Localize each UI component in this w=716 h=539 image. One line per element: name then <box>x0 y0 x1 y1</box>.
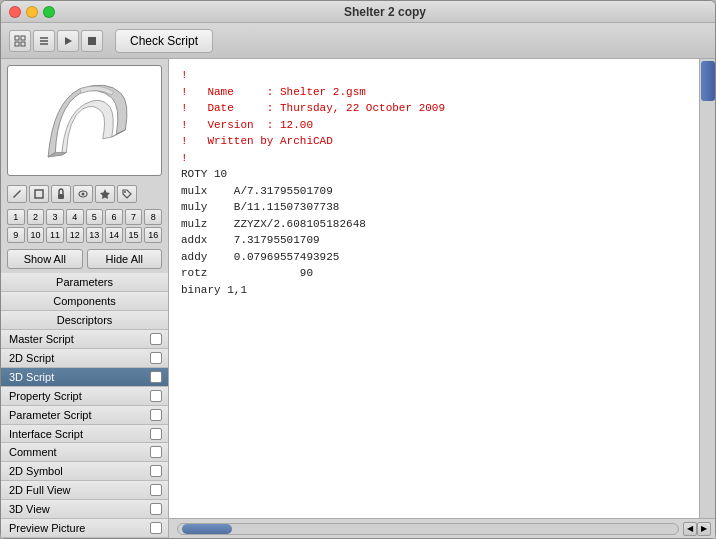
svg-point-14 <box>124 191 126 193</box>
svg-rect-0 <box>15 36 19 40</box>
preview-svg <box>8 66 161 175</box>
toolbar: Check Script <box>1 23 715 59</box>
svg-point-12 <box>82 193 85 196</box>
num-8[interactable]: 8 <box>144 209 162 225</box>
number-rows: 1 2 3 4 5 6 7 8 9 10 11 12 13 14 15 <box>7 209 162 243</box>
components-section[interactable]: Components <box>1 292 168 311</box>
num-3[interactable]: 3 <box>46 209 64 225</box>
editor-wrapper: ! ! Name : Shelter 2.gsm ! Date : Thursd… <box>169 59 715 518</box>
toolbar-icons <box>9 30 103 52</box>
grid-icon[interactable] <box>9 30 31 52</box>
svg-rect-1 <box>21 36 25 40</box>
hide-all-button[interactable]: Hide All <box>87 249 163 269</box>
master-script-checkbox[interactable] <box>150 333 162 345</box>
parameter-script-checkbox[interactable] <box>150 409 162 421</box>
editor-area: ! ! Name : Shelter 2.gsm ! Date : Thursd… <box>169 59 715 538</box>
2d-script-item[interactable]: 2D Script <box>1 349 168 368</box>
num-2[interactable]: 2 <box>27 209 45 225</box>
parameters-section[interactable]: Parameters <box>1 273 168 292</box>
svg-rect-10 <box>58 194 64 199</box>
num-1[interactable]: 1 <box>7 209 25 225</box>
close-button[interactable] <box>9 6 21 18</box>
2d-symbol-item[interactable]: 2D Symbol <box>1 462 168 481</box>
preview-picture-item[interactable]: Preview Picture <box>1 519 168 538</box>
show-hide-row: Show All Hide All <box>7 249 162 269</box>
num-6[interactable]: 6 <box>105 209 123 225</box>
minimize-button[interactable] <box>26 6 38 18</box>
num-11[interactable]: 11 <box>46 227 64 243</box>
number-row-2: 9 10 11 12 13 14 15 16 <box>7 227 162 243</box>
titlebar: Shelter 2 copy <box>1 1 715 23</box>
show-all-button[interactable]: Show All <box>7 249 83 269</box>
num-7[interactable]: 7 <box>125 209 143 225</box>
interface-script-checkbox[interactable] <box>150 428 162 440</box>
property-script-checkbox[interactable] <box>150 390 162 402</box>
svg-marker-13 <box>100 189 110 199</box>
2d-full-view-item[interactable]: 2D Full View <box>1 481 168 500</box>
next-arrow[interactable]: ▶ <box>697 522 711 536</box>
sidebar-icon-row <box>7 185 162 203</box>
parameter-script-item[interactable]: Parameter Script <box>1 406 168 425</box>
3d-view-item[interactable]: 3D View <box>1 500 168 519</box>
box-icon[interactable] <box>29 185 49 203</box>
2d-symbol-checkbox[interactable] <box>150 465 162 477</box>
scrollbar-thumb[interactable] <box>701 61 715 101</box>
svg-marker-7 <box>65 37 72 45</box>
maximize-button[interactable] <box>43 6 55 18</box>
3d-script-checkbox[interactable] <box>150 371 162 383</box>
svg-rect-2 <box>15 42 19 46</box>
play-icon[interactable] <box>57 30 79 52</box>
horizontal-scrollbar[interactable] <box>177 523 679 535</box>
eye-icon[interactable] <box>73 185 93 203</box>
preview-picture-checkbox[interactable] <box>150 522 162 534</box>
comment-checkbox[interactable] <box>150 446 162 458</box>
comment-item[interactable]: Comment <box>1 443 168 462</box>
vertical-scrollbar[interactable] <box>699 59 715 518</box>
window-title: Shelter 2 copy <box>63 5 707 19</box>
number-row-1: 1 2 3 4 5 6 7 8 <box>7 209 162 225</box>
star-icon[interactable] <box>95 185 115 203</box>
preview-area <box>7 65 162 176</box>
master-script-item[interactable]: Master Script <box>1 330 168 349</box>
2d-full-view-checkbox[interactable] <box>150 484 162 496</box>
svg-rect-9 <box>35 190 43 198</box>
2d-script-checkbox[interactable] <box>150 352 162 364</box>
tag-icon[interactable] <box>117 185 137 203</box>
descriptors-section[interactable]: Descriptors <box>1 311 168 330</box>
num-5[interactable]: 5 <box>86 209 104 225</box>
prev-arrow[interactable]: ◀ <box>683 522 697 536</box>
lock-icon[interactable] <box>51 185 71 203</box>
num-13[interactable]: 13 <box>86 227 104 243</box>
main-content: 1 2 3 4 5 6 7 8 9 10 11 12 13 14 15 <box>1 59 715 538</box>
interface-script-item[interactable]: Interface Script <box>1 425 168 444</box>
num-4[interactable]: 4 <box>66 209 84 225</box>
num-16[interactable]: 16 <box>144 227 162 243</box>
pencil-icon[interactable] <box>7 185 27 203</box>
svg-rect-3 <box>21 42 25 46</box>
num-14[interactable]: 14 <box>105 227 123 243</box>
traffic-lights <box>9 6 55 18</box>
num-12[interactable]: 12 <box>66 227 84 243</box>
num-15[interactable]: 15 <box>125 227 143 243</box>
3d-view-checkbox[interactable] <box>150 503 162 515</box>
code-editor[interactable]: ! ! Name : Shelter 2.gsm ! Date : Thursd… <box>169 59 699 518</box>
svg-rect-8 <box>88 37 96 45</box>
horizontal-scrollbar-thumb[interactable] <box>182 524 232 534</box>
list-icon[interactable] <box>33 30 55 52</box>
sidebar: 1 2 3 4 5 6 7 8 9 10 11 12 13 14 15 <box>1 59 169 538</box>
bottom-bar: ◀ ▶ <box>169 518 715 538</box>
num-9[interactable]: 9 <box>7 227 25 243</box>
check-script-button[interactable]: Check Script <box>115 29 213 53</box>
stop-icon[interactable] <box>81 30 103 52</box>
num-10[interactable]: 10 <box>27 227 45 243</box>
property-script-item[interactable]: Property Script <box>1 387 168 406</box>
main-window: Shelter 2 copy <box>0 0 716 539</box>
3d-script-item[interactable]: 3D Script <box>1 368 168 387</box>
